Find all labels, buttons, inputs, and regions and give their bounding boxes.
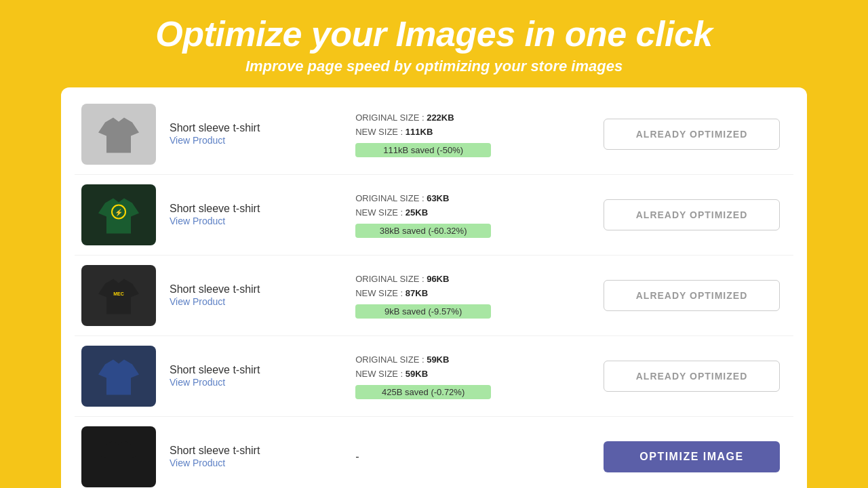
size-info: ORIGINAL SIZE : 96KB NEW SIZE : 87KB 9kB…: [355, 272, 597, 319]
optimize-image-button[interactable]: OPTIMIZE IMAGE: [604, 441, 780, 472]
product-info: Short sleeve t-shirt View Product: [156, 122, 355, 146]
products-card: Short sleeve t-shirt View Product ORIGIN…: [61, 87, 807, 488]
original-size: ORIGINAL SIZE : 59KB: [355, 353, 597, 367]
no-data: -: [355, 451, 359, 462]
already-optimized-button: ALREADY OPTIMIZED: [604, 280, 780, 311]
size-info: ORIGINAL SIZE : 63KB NEW SIZE : 25KB 38k…: [355, 192, 597, 238]
action-area: ALREADY OPTIMIZED: [597, 119, 787, 150]
original-size: ORIGINAL SIZE : 63KB: [355, 192, 597, 206]
product-info: Short sleeve t-shirt View Product: [156, 203, 355, 227]
savings-bar: 111kB saved (-50%): [355, 143, 491, 157]
size-info: ORIGINAL SIZE : 222KB NEW SIZE : 111KB 1…: [355, 111, 597, 157]
svg-marker-7: [98, 441, 139, 476]
original-size: ORIGINAL SIZE : 96KB: [355, 272, 597, 287]
view-product-link[interactable]: View Product: [170, 216, 225, 226]
table-row: Short sleeve t-shirt View Product ORIGIN…: [75, 94, 793, 175]
action-area: ALREADY OPTIMIZED: [597, 280, 787, 311]
product-name: Short sleeve t-shirt: [170, 445, 342, 457]
already-optimized-button: ALREADY OPTIMIZED: [604, 199, 780, 230]
already-optimized-button: ALREADY OPTIMIZED: [604, 119, 780, 150]
product-name: Short sleeve t-shirt: [170, 364, 342, 376]
svg-marker-1: [98, 199, 139, 234]
original-size: ORIGINAL SIZE : 222KB: [355, 111, 597, 125]
product-image: [81, 426, 156, 487]
size-info: -: [355, 451, 597, 463]
page-header: Optimize your Images in one click Improv…: [0, 0, 868, 87]
product-image: ⚡: [81, 184, 156, 245]
new-size: NEW SIZE : 111KB: [355, 125, 597, 140]
product-image: [81, 104, 156, 165]
svg-marker-4: [98, 279, 139, 314]
table-row: ⚡ Short sleeve t-shirt View Product ORIG…: [75, 175, 793, 256]
product-info: Short sleeve t-shirt View Product: [156, 445, 355, 469]
table-row: Short sleeve t-shirt View Product ORIGIN…: [75, 336, 793, 417]
product-image: [81, 346, 156, 407]
new-size: NEW SIZE : 25KB: [355, 206, 597, 220]
svg-marker-6: [98, 360, 139, 395]
view-product-link[interactable]: View Product: [170, 377, 225, 388]
action-area: ALREADY OPTIMIZED: [597, 361, 787, 392]
product-info: Short sleeve t-shirt View Product: [156, 283, 355, 308]
view-product-link[interactable]: View Product: [170, 296, 225, 307]
savings-bar: 9kB saved (-9.57%): [355, 304, 491, 319]
savings-bar: 38kB saved (-60.32%): [355, 224, 491, 238]
product-image: MEC: [81, 265, 156, 326]
size-info: ORIGINAL SIZE : 59KB NEW SIZE : 59KB 425…: [355, 353, 597, 399]
page-title: Optimize your Images in one click: [14, 15, 854, 54]
already-optimized-button: ALREADY OPTIMIZED: [604, 361, 780, 392]
svg-text:MEC: MEC: [113, 291, 124, 296]
savings-bar: 425B saved (-0.72%): [355, 385, 491, 399]
new-size: NEW SIZE : 87KB: [355, 287, 597, 301]
svg-marker-0: [98, 118, 139, 153]
action-area: OPTIMIZE IMAGE: [597, 441, 787, 472]
new-size: NEW SIZE : 59KB: [355, 367, 597, 382]
view-product-link[interactable]: View Product: [170, 458, 225, 468]
product-name: Short sleeve t-shirt: [170, 203, 342, 215]
table-row: Short sleeve t-shirt View Product -OPTIM…: [75, 417, 793, 488]
action-area: ALREADY OPTIMIZED: [597, 199, 787, 230]
view-product-link[interactable]: View Product: [170, 135, 225, 146]
page-subtitle: Improve page speed by optimizing your st…: [14, 58, 854, 75]
product-info: Short sleeve t-shirt View Product: [156, 364, 355, 388]
product-name: Short sleeve t-shirt: [170, 122, 342, 134]
table-row: MEC Short sleeve t-shirt View Product OR…: [75, 256, 793, 336]
svg-text:⚡: ⚡: [115, 208, 123, 217]
product-name: Short sleeve t-shirt: [170, 283, 342, 296]
